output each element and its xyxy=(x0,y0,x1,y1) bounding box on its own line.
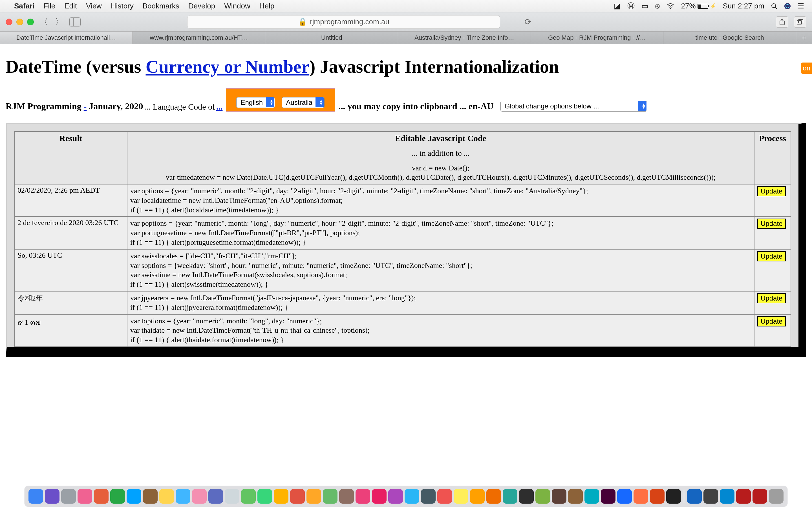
title-link[interactable]: Currency or Number xyxy=(146,57,310,76)
dock-app-1[interactable] xyxy=(45,489,59,504)
menu-edit[interactable]: Edit xyxy=(60,2,82,10)
language-select[interactable]: English xyxy=(236,97,275,108)
tab-4[interactable]: Geo Map - RJM Programming - //… xyxy=(531,32,664,44)
tab-2[interactable]: Untitled xyxy=(265,32,398,44)
dock-app-31[interactable] xyxy=(536,489,550,504)
dock-app-14[interactable] xyxy=(257,489,272,504)
byline-dash-link[interactable]: - xyxy=(84,101,87,111)
dock-app-26[interactable] xyxy=(454,489,468,504)
spotlight-icon[interactable] xyxy=(768,3,781,9)
update-button[interactable]: Update xyxy=(757,251,786,262)
dock-app-40[interactable] xyxy=(687,489,702,504)
dock-app-12[interactable] xyxy=(225,489,239,504)
dock-app-44[interactable] xyxy=(753,489,767,504)
new-tab-button[interactable]: ＋ xyxy=(796,32,812,44)
global-options-select[interactable]: Global change options below ... xyxy=(500,101,647,112)
dock-app-20[interactable] xyxy=(356,489,370,504)
tab-5[interactable]: time utc - Google Search xyxy=(663,32,796,44)
tab-0[interactable]: DateTime Javascript Internationali… xyxy=(0,32,133,44)
reload-button[interactable]: ⟳ xyxy=(522,16,534,27)
dock-app-27[interactable] xyxy=(470,489,485,504)
share-button[interactable] xyxy=(776,16,788,27)
forward-button[interactable]: 〉 xyxy=(54,17,64,27)
dock-app-17[interactable] xyxy=(306,489,321,504)
sidebar-toggle-button[interactable] xyxy=(69,17,81,26)
dock-app-10[interactable] xyxy=(192,489,207,504)
edge-badge[interactable]: on xyxy=(801,62,812,74)
update-button[interactable]: Update xyxy=(757,186,786,196)
dock-app-6[interactable] xyxy=(126,489,141,504)
dock-app-34[interactable] xyxy=(585,489,599,504)
menubar-app[interactable]: Safari xyxy=(10,2,39,10)
wifi-icon[interactable] xyxy=(663,3,678,9)
menu-file[interactable]: File xyxy=(39,2,60,10)
dock-app-7[interactable] xyxy=(143,489,158,504)
show-all-tabs-button[interactable] xyxy=(794,16,806,27)
code-cell[interactable]: var jpyearera = new Intl.DateTimeFormat(… xyxy=(127,291,754,314)
dock-app-35[interactable] xyxy=(601,489,615,504)
dock-app-45[interactable] xyxy=(769,489,783,504)
country-select[interactable]: Australia xyxy=(282,97,324,108)
dock-app-3[interactable] xyxy=(78,489,92,504)
dock-app-38[interactable] xyxy=(650,489,665,504)
tab-1[interactable]: www.rjmprogramming.com.au/HT… xyxy=(133,32,266,44)
lock-icon: 🔒 xyxy=(298,17,307,26)
dock-app-23[interactable] xyxy=(405,489,419,504)
notification-center-icon[interactable]: ☰ xyxy=(794,2,808,10)
dock-app-33[interactable] xyxy=(568,489,583,504)
dock-app-16[interactable] xyxy=(290,489,305,504)
minimize-window-button[interactable] xyxy=(16,18,23,25)
tab-3[interactable]: Australia/Sydney - Time Zone Info… xyxy=(398,32,531,44)
dock-app-21[interactable] xyxy=(372,489,387,504)
dock-app-32[interactable] xyxy=(552,489,566,504)
menu-view[interactable]: View xyxy=(82,2,106,10)
menu-window[interactable]: Window xyxy=(220,2,255,10)
screen-mirror-icon[interactable]: ▭ xyxy=(638,2,652,10)
dock-app-42[interactable] xyxy=(720,489,734,504)
dock-app-9[interactable] xyxy=(175,489,190,504)
back-button[interactable]: 〈 xyxy=(39,17,49,27)
menu-history[interactable]: History xyxy=(106,2,138,10)
dock-app-8[interactable] xyxy=(159,489,174,504)
dock-app-19[interactable] xyxy=(339,489,354,504)
dock-app-28[interactable] xyxy=(486,489,501,504)
dock-app-13[interactable] xyxy=(241,489,256,504)
dock-app-0[interactable] xyxy=(29,489,43,504)
status-icon-1[interactable]: ◪ xyxy=(610,2,624,10)
dock-app-43[interactable] xyxy=(736,489,751,504)
menu-help[interactable]: Help xyxy=(255,2,279,10)
dock-app-41[interactable] xyxy=(703,489,718,504)
update-button[interactable]: Update xyxy=(757,293,786,303)
menubar-clock[interactable]: Sun 2:27 pm xyxy=(719,2,768,10)
dock-app-29[interactable] xyxy=(503,489,517,504)
menu-bookmarks[interactable]: Bookmarks xyxy=(138,2,184,10)
code-cell[interactable]: var options = {year: "numeric", month: "… xyxy=(127,184,754,217)
siri-icon[interactable] xyxy=(781,3,794,10)
dock-app-22[interactable] xyxy=(388,489,403,504)
dock-app-4[interactable] xyxy=(94,489,109,504)
dock-app-37[interactable] xyxy=(633,489,648,504)
langcode-ellipsis-link[interactable]: ... xyxy=(216,102,223,112)
code-cell[interactable]: var toptions = {year: "numeric", month: … xyxy=(127,314,754,347)
fullscreen-window-button[interactable] xyxy=(27,18,34,25)
close-window-button[interactable] xyxy=(6,18,12,25)
dock-app-39[interactable] xyxy=(666,489,681,504)
dock-app-25[interactable] xyxy=(437,489,452,504)
code-cell[interactable]: var poptions = {year: "numeric", month: … xyxy=(127,217,754,249)
menu-develop[interactable]: Develop xyxy=(184,2,220,10)
dock-app-5[interactable] xyxy=(110,489,125,504)
dock-app-18[interactable] xyxy=(323,489,338,504)
dock-app-24[interactable] xyxy=(421,489,436,504)
address-bar[interactable]: 🔒 rjmprogramming.com.au xyxy=(187,15,500,29)
dock-app-11[interactable] xyxy=(208,489,223,504)
code-cell[interactable]: var swisslocales = ["de-CH","fr-CH","it-… xyxy=(127,249,754,291)
bluetooth-icon[interactable]: ⎋ xyxy=(652,2,663,10)
update-button[interactable]: Update xyxy=(757,316,786,327)
dock-app-15[interactable] xyxy=(274,489,289,504)
battery-status[interactable]: 27% ⚡ xyxy=(678,2,719,10)
dock-app-2[interactable] xyxy=(61,489,76,504)
dock-app-36[interactable] xyxy=(617,489,632,504)
status-icon-2[interactable]: Ⓜ xyxy=(624,1,638,11)
dock-app-30[interactable] xyxy=(519,489,534,504)
update-button[interactable]: Update xyxy=(757,219,786,229)
